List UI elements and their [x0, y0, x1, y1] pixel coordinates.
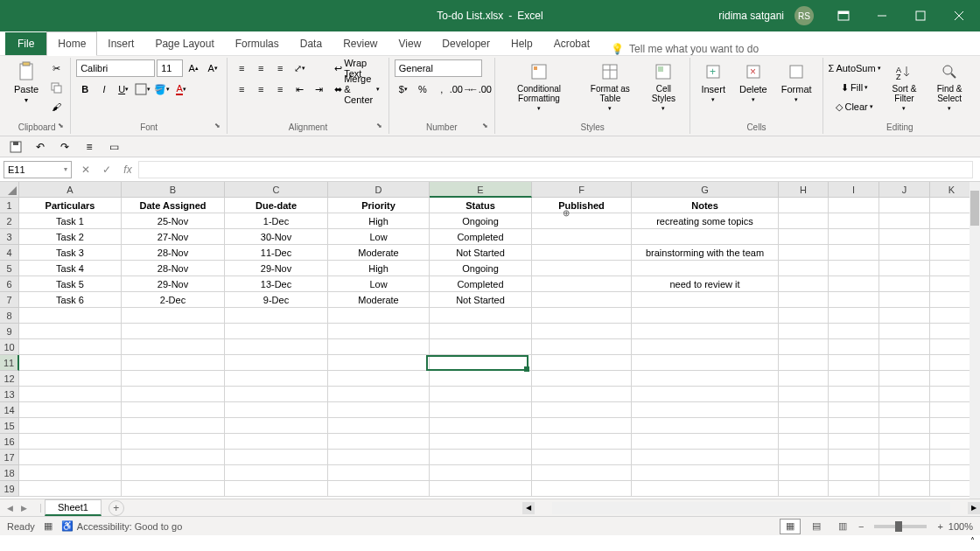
format-as-table-button[interactable]: Format as Table▾	[581, 59, 639, 114]
cell[interactable]	[19, 465, 122, 481]
cell[interactable]	[930, 339, 974, 355]
cell[interactable]	[930, 434, 974, 450]
cell[interactable]	[632, 308, 779, 324]
cell[interactable]: 11-Dec	[225, 245, 328, 261]
fill-button[interactable]: ⬇Fill▾	[829, 79, 881, 96]
cell[interactable]	[430, 371, 532, 387]
cell[interactable]: Priority	[328, 198, 430, 213]
comma-button[interactable]: ,	[433, 80, 451, 98]
column-header[interactable]: B	[122, 182, 225, 198]
zoom-slider[interactable]	[874, 525, 927, 528]
column-header[interactable]: H	[779, 182, 829, 198]
row-header[interactable]: 2	[0, 213, 19, 229]
decrease-font-button[interactable]: A▾	[204, 59, 221, 77]
accounting-button[interactable]: $▾	[395, 80, 412, 98]
row-header[interactable]: 7	[0, 292, 19, 308]
cell[interactable]	[225, 450, 328, 465]
font-color-button[interactable]: A▾	[172, 80, 190, 98]
increase-decimal-button[interactable]: .00→	[452, 80, 470, 98]
cell[interactable]: 29-Nov	[122, 276, 225, 292]
cell[interactable]	[829, 213, 879, 229]
cell[interactable]	[532, 261, 632, 276]
cell[interactable]	[930, 387, 974, 402]
cell[interactable]	[779, 292, 829, 308]
increase-font-button[interactable]: A▴	[185, 59, 202, 77]
cell[interactable]	[632, 324, 779, 339]
cell[interactable]	[829, 261, 879, 276]
cell[interactable]	[532, 324, 632, 339]
cell[interactable]	[632, 418, 779, 434]
zoom-in-button[interactable]: +	[937, 521, 942, 532]
cell[interactable]	[430, 308, 532, 324]
row-header[interactable]: 16	[0, 434, 19, 450]
cell[interactable]: Low	[328, 276, 430, 292]
minimize-button[interactable]	[864, 0, 900, 31]
cancel-formula-button[interactable]: ✕	[75, 161, 96, 178]
row-header[interactable]: 10	[0, 339, 19, 355]
number-launcher[interactable]: ⬊	[482, 122, 493, 132]
cell[interactable]	[779, 308, 829, 324]
row-header[interactable]: 4	[0, 245, 19, 261]
zoom-level[interactable]: 100%	[948, 521, 973, 532]
cell[interactable]	[19, 481, 122, 497]
cell[interactable]: High	[328, 213, 430, 229]
cell[interactable]	[430, 355, 532, 371]
cell[interactable]	[632, 450, 779, 465]
cell[interactable]	[632, 292, 779, 308]
align-bottom-button[interactable]: ≡	[271, 59, 289, 77]
orientation-button[interactable]: ⤢▾	[290, 59, 308, 77]
merge-center-button[interactable]: ⬌ Merge & Center ▾	[331, 80, 383, 98]
cell[interactable]	[879, 308, 930, 324]
row-header[interactable]: 11	[0, 355, 19, 371]
cell[interactable]: 27-Nov	[122, 229, 225, 245]
cell[interactable]	[532, 387, 632, 402]
cell[interactable]	[879, 292, 930, 308]
cell[interactable]	[225, 402, 328, 418]
cell[interactable]	[225, 418, 328, 434]
cell[interactable]	[879, 481, 930, 497]
cell[interactable]: Due-date	[225, 198, 328, 213]
copy-button[interactable]	[47, 79, 65, 96]
tab-file[interactable]: File	[5, 32, 46, 55]
cell[interactable]: Moderate	[328, 292, 430, 308]
column-header[interactable]: J	[879, 182, 930, 198]
number-format-combo[interactable]	[395, 59, 482, 77]
save-button[interactable]	[7, 138, 24, 156]
cell[interactable]: Completed	[430, 229, 532, 245]
cell[interactable]	[430, 450, 532, 465]
cell[interactable]: Task 2	[19, 229, 122, 245]
hscroll-right[interactable]: ▶	[968, 502, 980, 514]
cell[interactable]	[779, 198, 829, 213]
cell[interactable]	[930, 450, 974, 465]
tab-view[interactable]: View	[388, 32, 432, 55]
cell[interactable]	[829, 339, 879, 355]
cell[interactable]	[930, 418, 974, 434]
cell[interactable]	[779, 339, 829, 355]
cell[interactable]	[632, 402, 779, 418]
tab-data[interactable]: Data	[290, 32, 332, 55]
cell[interactable]	[930, 213, 974, 229]
align-right-button[interactable]: ≡	[271, 80, 289, 98]
percent-button[interactable]: %	[414, 80, 431, 98]
cell[interactable]	[930, 229, 974, 245]
row-header[interactable]: 15	[0, 418, 19, 434]
cell[interactable]: Task 3	[19, 245, 122, 261]
cell[interactable]	[328, 371, 430, 387]
cut-button[interactable]: ✂	[47, 59, 65, 77]
row-header[interactable]: 8	[0, 308, 19, 324]
cell[interactable]	[779, 261, 829, 276]
select-all-corner[interactable]	[0, 182, 19, 198]
tab-page-layout[interactable]: Page Layout	[144, 32, 224, 55]
cell[interactable]: 30-Nov	[225, 229, 328, 245]
cell[interactable]	[829, 245, 879, 261]
maximize-button[interactable]	[903, 0, 938, 31]
cell[interactable]	[879, 465, 930, 481]
cell[interactable]	[879, 324, 930, 339]
sheet-tab[interactable]: Sheet1	[45, 499, 102, 516]
cell[interactable]	[632, 481, 779, 497]
cell[interactable]	[532, 355, 632, 371]
cell[interactable]	[430, 324, 532, 339]
row-header[interactable]: 18	[0, 465, 19, 481]
cell[interactable]	[532, 371, 632, 387]
cell[interactable]	[19, 339, 122, 355]
